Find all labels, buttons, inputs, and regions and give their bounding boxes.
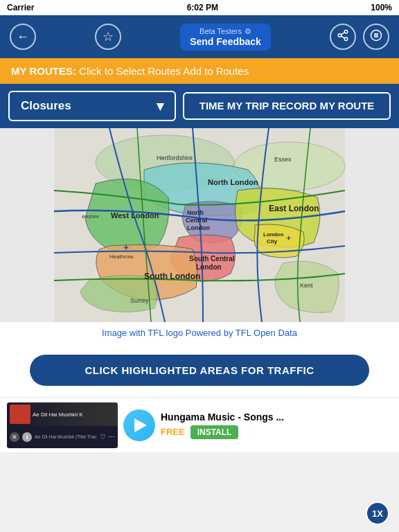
closures-label: Closures (21, 99, 71, 113)
svg-text:North London: North London (208, 178, 258, 186)
svg-text:✈: ✈ (123, 244, 129, 251)
ad-free-label: FREE (161, 427, 185, 437)
svg-text:South London: South London (144, 272, 200, 281)
svg-text:Essex: Essex (274, 156, 292, 163)
badge-1x[interactable]: 1X (366, 502, 389, 525)
tfl-credit: Image with TFL logo Powered by TFL Open … (0, 322, 399, 344)
status-bar: Carrier 6:02 PM 100% (0, 0, 399, 15)
my-routes-text: Click to Select Routes Add to Routes (76, 65, 249, 77)
svg-text:✈: ✈ (286, 235, 292, 242)
svg-text:London: London (263, 231, 283, 238)
back-icon: ← (17, 30, 29, 44)
svg-text:South Central: South Central (189, 255, 235, 263)
feedback-panel[interactable]: Beta Testers ⚙ Send Feedback (180, 24, 271, 51)
share-icon (337, 29, 349, 45)
svg-text:London: London (196, 263, 222, 271)
time-label: 6:02 PM (34, 3, 371, 12)
trip-label: TIME MY TRIP RECORD MY ROUTE (200, 100, 375, 112)
chevron-down-icon: ▾ (157, 98, 163, 114)
svg-text:Heathrow: Heathrow (109, 254, 133, 260)
share-button[interactable] (330, 24, 356, 50)
battery-label: 100% (371, 3, 392, 12)
header-right-icons (330, 24, 389, 50)
settings-dot: ⚙ (245, 27, 251, 36)
my-routes-label: MY ROUTES: (11, 65, 76, 77)
ad-text-block: Hungama Music - Songs ... FREE INSTALL (161, 411, 392, 439)
ad-title: Hungama Music - Songs ... (161, 411, 392, 423)
svg-text:Central: Central (186, 217, 207, 224)
closures-button[interactable]: Closures ▾ (8, 91, 176, 121)
ad-banner[interactable]: Ae Dil Hai Mushkil K ✕ i Ae Dil Hai Mush… (0, 397, 399, 452)
my-routes-banner[interactable]: MY ROUTES: Click to Select Routes Add to… (0, 58, 399, 84)
traffic-button[interactable]: CLICK HIGHLIGHTED AREAS FOR TRAFFIC (30, 355, 369, 386)
ad-close-icon[interactable]: ✕ (10, 432, 19, 442)
london-map[interactable]: Hertfordshire Essex North London West Lo… (0, 128, 399, 322)
star-icon: ☆ (103, 29, 114, 44)
traffic-btn-wrapper: CLICK HIGHLIGHTED AREAS FOR TRAFFIC (0, 344, 399, 397)
svg-line-3 (341, 36, 344, 38)
star-button[interactable]: ☆ (95, 24, 121, 50)
back-button[interactable]: ← (10, 24, 36, 50)
svg-text:erkshire: erkshire (82, 214, 99, 219)
svg-text:City: City (267, 238, 278, 245)
svg-line-4 (341, 32, 344, 34)
svg-text:Kent: Kent (300, 282, 313, 289)
beta-label: Beta Testers ⚙ (190, 27, 261, 36)
svg-text:North: North (187, 209, 204, 216)
time-trip-button[interactable]: TIME MY TRIP RECORD MY ROUTE (183, 92, 391, 120)
svg-text:Hertfordshire: Hertfordshire (157, 154, 193, 161)
svg-text:West London: West London (111, 211, 159, 220)
menu-button[interactable] (363, 24, 389, 50)
carrier-label: Carrier (7, 3, 34, 12)
ad-image: Ae Dil Hai Mushkil K ✕ i Ae Dil Hai Mush… (7, 402, 118, 448)
ad-info-icon[interactable]: i (22, 432, 32, 442)
ad-play-icon[interactable] (123, 409, 155, 441)
header: ← ☆ Beta Testers ⚙ Send Feedback (0, 15, 399, 58)
svg-point-0 (344, 30, 348, 33)
controls-row: Closures ▾ TIME MY TRIP RECORD MY ROUTE (0, 84, 399, 128)
svg-text:East London: East London (269, 204, 319, 213)
svg-point-2 (344, 37, 348, 41)
send-feedback-label: Send Feedback (190, 36, 261, 47)
menu-icon (370, 29, 382, 45)
svg-point-1 (338, 33, 342, 37)
ad-install-button[interactable]: INSTALL (190, 425, 239, 439)
traffic-button-label: CLICK HIGHLIGHTED AREAS FOR TRAFFIC (85, 364, 314, 376)
svg-text:Surrey: Surrey (130, 297, 149, 304)
svg-text:London: London (187, 224, 210, 231)
